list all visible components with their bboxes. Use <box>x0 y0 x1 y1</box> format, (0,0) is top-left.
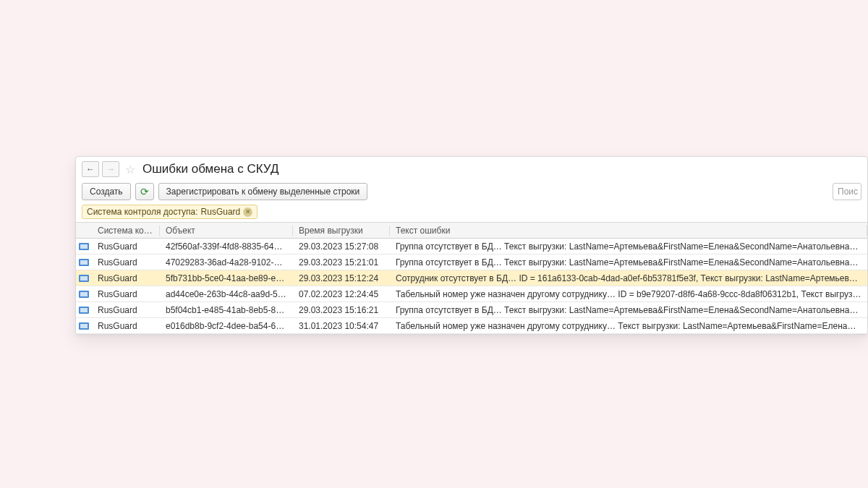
cell-error: Группа отсутствует в БД… Текст выгрузки:… <box>390 305 867 315</box>
cell-system: RusGuard <box>92 305 160 315</box>
filter-bar: Система контроля доступа: RusGuard ✕ <box>82 205 861 219</box>
table-row[interactable]: RusGuarde016db8b-9cf2-4dee-ba54-6c281df1… <box>76 318 867 334</box>
filter-tag[interactable]: Система контроля доступа: RusGuard ✕ <box>82 205 258 219</box>
page-title: Ошибки обмена с СКУД <box>142 162 278 176</box>
table-row[interactable]: RusGuard42f560af-339f-4fd8-8835-64a2e339… <box>76 239 867 254</box>
filter-label: Система контроля доступа: <box>87 207 198 217</box>
refresh-icon: ⟳ <box>140 186 149 197</box>
arrow-left-icon: ← <box>86 164 95 174</box>
col-time[interactable]: Время выгрузки <box>293 226 390 236</box>
cell-system: RusGuard <box>92 289 160 299</box>
register-button[interactable]: Зарегистрировать к обмену выделенные стр… <box>158 183 368 200</box>
cell-object: 47029283-36ad-4a28-9102-2d0b85b8… <box>160 257 293 267</box>
cell-error: Сотрудник отсутствует в БД… ID = 161a613… <box>390 273 867 283</box>
table-row[interactable]: RusGuard5fb731bb-5ce0-41aa-be89-ead76bf5… <box>76 270 867 286</box>
titlebar: ← → ☆ Ошибки обмена с СКУД <box>76 157 867 180</box>
cell-system: RusGuard <box>92 257 160 267</box>
row-type-icon <box>76 322 92 330</box>
search-placeholder: Поис <box>838 187 858 197</box>
cell-object: e016db8b-9cf2-4dee-ba54-6c281df1b… <box>160 321 293 331</box>
row-type-icon <box>76 291 92 298</box>
cell-time: 29.03.2023 15:21:01 <box>293 257 390 267</box>
row-type-icon <box>76 275 92 282</box>
grid-header: Система контро…↓ Объект Время выгрузки Т… <box>76 223 867 239</box>
cell-error: Табельный номер уже назначен другому сот… <box>390 289 867 299</box>
cell-system: RusGuard <box>92 273 160 283</box>
cell-error: Группа отсутствует в БД… Текст выгрузки:… <box>390 257 867 267</box>
cell-object: b5f04cb1-e485-41ab-8eb5-80f027df29… <box>160 305 293 315</box>
data-grid: Система контро…↓ Объект Время выгрузки Т… <box>76 222 867 334</box>
refresh-button[interactable]: ⟳ <box>135 183 154 200</box>
cell-time: 07.02.2023 12:24:45 <box>293 289 390 299</box>
toolbar: Создать ⟳ Зарегистрировать к обмену выде… <box>76 180 867 205</box>
cell-system: RusGuard <box>92 241 160 252</box>
nav-back-button[interactable]: ← <box>82 161 99 177</box>
nav-forward-button[interactable]: → <box>102 161 119 177</box>
window: ← → ☆ Ошибки обмена с СКУД Создать ⟳ Зар… <box>75 156 868 335</box>
cell-error: Табельный номер уже назначен другому сот… <box>390 321 867 331</box>
create-button[interactable]: Создать <box>82 183 131 200</box>
filter-value: RusGuard <box>201 207 241 217</box>
arrow-right-icon: → <box>106 164 115 174</box>
cell-error: Группа отсутствует в БД… Текст выгрузки:… <box>390 241 867 252</box>
cell-time: 29.03.2023 15:12:24 <box>293 273 390 283</box>
row-type-icon <box>76 259 92 266</box>
col-object[interactable]: Объект <box>160 226 293 236</box>
grid-body: RusGuard42f560af-339f-4fd8-8835-64a2e339… <box>76 239 867 334</box>
table-row[interactable]: RusGuard47029283-36ad-4a28-9102-2d0b85b8… <box>76 254 867 270</box>
cell-object: ad44ce0e-263b-44c8-aa9d-5495332c… <box>160 289 293 299</box>
row-type-icon <box>76 307 92 314</box>
col-error[interactable]: Текст ошибки <box>390 226 867 236</box>
table-row[interactable]: RusGuardb5f04cb1-e485-41ab-8eb5-80f027df… <box>76 302 867 318</box>
row-type-icon <box>76 243 92 250</box>
search-input[interactable]: Поис <box>833 183 861 200</box>
cell-object: 42f560af-339f-4fd8-8835-64a2e33999f5 <box>160 241 293 252</box>
table-row[interactable]: RusGuardad44ce0e-263b-44c8-aa9d-5495332c… <box>76 286 867 302</box>
cell-time: 29.03.2023 15:16:21 <box>293 305 390 315</box>
favorite-star-icon[interactable]: ☆ <box>122 163 138 176</box>
cell-system: RusGuard <box>92 321 160 331</box>
cell-object: 5fb731bb-5ce0-41aa-be89-ead76bf55… <box>160 273 293 283</box>
cell-time: 31.01.2023 10:54:47 <box>293 321 390 331</box>
cell-time: 29.03.2023 15:27:08 <box>293 241 390 252</box>
col-system[interactable]: Система контро…↓ <box>92 226 160 236</box>
filter-clear-icon[interactable]: ✕ <box>243 207 252 217</box>
